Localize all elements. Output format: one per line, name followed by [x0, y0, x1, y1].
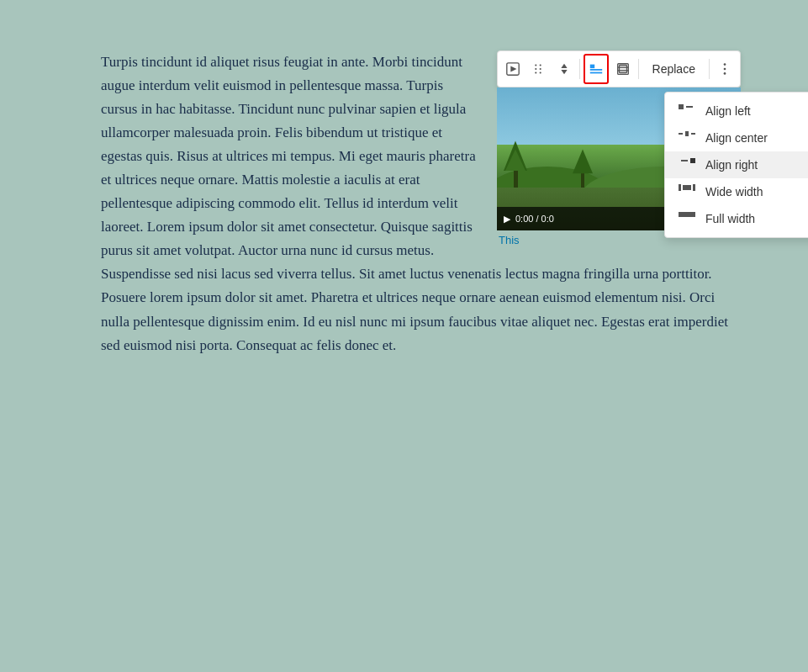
- svg-rect-14: [619, 66, 626, 73]
- align-left-label: Align left: [705, 104, 751, 118]
- svg-marker-8: [561, 64, 567, 68]
- svg-point-5: [540, 64, 541, 66]
- svg-marker-1: [510, 66, 516, 71]
- svg-rect-11: [590, 69, 602, 71]
- full-width-item[interactable]: Full width: [665, 205, 808, 232]
- svg-point-4: [536, 71, 537, 73]
- content-area: Replace: [0, 0, 808, 672]
- align-center-item[interactable]: Align center: [665, 124, 808, 151]
- align-center-icon: [679, 131, 695, 145]
- align-center-label: Align center: [705, 131, 768, 145]
- align-right-icon: [679, 158, 695, 172]
- drag-handle-button[interactable]: [526, 55, 550, 83]
- toolbar-divider-2: [638, 59, 639, 79]
- toolbar-divider-1: [579, 59, 580, 79]
- full-width-label: Full width: [705, 212, 755, 225]
- svg-point-17: [724, 63, 726, 66]
- toolbar-divider-3: [709, 59, 710, 79]
- svg-point-2: [536, 64, 537, 66]
- svg-point-19: [724, 72, 726, 75]
- svg-rect-25: [581, 171, 584, 188]
- svg-point-18: [724, 68, 726, 71]
- alignment-dropdown: Align left Align center: [664, 92, 808, 238]
- svg-marker-26: [573, 150, 593, 174]
- svg-point-3: [536, 68, 537, 70]
- time-display: 0:00 / 0:0: [515, 214, 554, 224]
- align-button[interactable]: [584, 54, 610, 84]
- align-right-label: Align right: [705, 158, 758, 172]
- crop-button[interactable]: [610, 55, 634, 83]
- svg-rect-12: [590, 72, 602, 74]
- svg-point-6: [540, 68, 541, 70]
- replace-button[interactable]: Replace: [642, 55, 705, 83]
- move-updown-button[interactable]: [552, 55, 576, 83]
- align-left-item[interactable]: Align left: [665, 98, 808, 124]
- align-right-item[interactable]: Align right: [665, 151, 808, 178]
- play-button[interactable]: ▶: [504, 214, 510, 225]
- svg-rect-10: [590, 65, 594, 69]
- svg-point-7: [540, 71, 541, 73]
- wide-width-label: Wide width: [705, 185, 763, 198]
- align-left-icon: [679, 104, 695, 118]
- media-toolbar: Replace: [497, 50, 741, 87]
- media-block: Replace: [497, 50, 741, 246]
- full-width-icon: [679, 212, 695, 225]
- wide-width-item[interactable]: Wide width: [665, 178, 808, 205]
- wide-width-icon: [679, 185, 695, 198]
- media-icon-button[interactable]: [501, 55, 525, 83]
- svg-marker-9: [561, 70, 567, 74]
- more-options-button[interactable]: [713, 55, 737, 83]
